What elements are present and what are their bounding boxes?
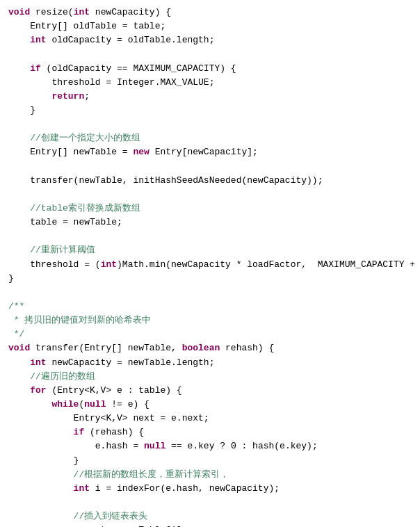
code-line: int i = indexFor(e.hash, newCapacity); (8, 482, 412, 496)
code-line: //根据新的数组长度，重新计算索引， (8, 468, 412, 482)
token-normal: == e.key ? 0 : hash(e.key); (165, 441, 317, 451)
code-line: int oldCapacity = oldTable.length; (8, 33, 412, 47)
code-line: */ (8, 327, 412, 341)
token-normal: )Math.min(newCapacity * loadFactor, MAXI… (117, 259, 420, 270)
code-line: while(null != e) { (8, 398, 412, 412)
code-line: } (8, 272, 412, 286)
code-line: //插入到链表表头 (8, 510, 412, 524)
code-line (8, 188, 412, 202)
token-normal: transfer(Entry[] newTable, (30, 343, 181, 353)
token-kw: int (8, 357, 47, 368)
token-kw: new (133, 147, 149, 157)
token-kw: for (8, 385, 47, 396)
token-normal: newCapacity) { (90, 7, 171, 17)
code-line: e.next = newTable[i]; (8, 524, 412, 527)
token-normal: newCapacity = newTable.length; (47, 357, 215, 368)
token-normal: table = newTable; (8, 217, 122, 227)
token-normal: ; (84, 91, 90, 102)
token-kw: int (101, 259, 117, 270)
token-comment: //table索引替换成新数组 (8, 203, 140, 213)
token-comment: //遍历旧的数组 (8, 371, 95, 382)
code-line: Entry<K,V> next = e.next; (8, 412, 412, 425)
token-comment: /** (8, 301, 24, 311)
token-kw: null (84, 399, 106, 410)
token-kw: int (8, 35, 47, 45)
token-comment: */ (8, 329, 24, 339)
code-line: * 拷贝旧的键值对到新的哈希表中 (8, 314, 412, 327)
token-normal: } (8, 455, 79, 466)
token-kw: int (8, 483, 90, 494)
code-line (8, 160, 412, 174)
code-line: //table索引替换成新数组 (8, 202, 412, 216)
token-normal: } (8, 273, 14, 284)
code-line: } (8, 454, 412, 468)
token-normal: rehash) { (220, 343, 274, 353)
code-line: for (Entry<K,V> e : table) { (8, 384, 412, 398)
token-comment: //插入到链表表头 (8, 511, 147, 521)
code-editor: void resize(int newCapacity) { Entry[] o… (0, 0, 420, 527)
token-normal: (oldCapacity == MAXIMUM_CAPACITY) { (41, 63, 236, 74)
token-normal: threshold = ( (8, 259, 101, 270)
code-line (8, 47, 412, 61)
code-line: return; (8, 90, 412, 104)
code-line: //遍历旧的数组 (8, 370, 412, 384)
token-kw: void (8, 7, 30, 17)
token-comment: //根据新的数组长度，重新计算索引， (8, 469, 229, 480)
code-line: void transfer(Entry[] newTable, boolean … (8, 341, 412, 355)
token-normal: Entry[] oldTable = table; (8, 21, 165, 31)
code-line: } (8, 104, 412, 117)
code-line: int newCapacity = newTable.length; (8, 356, 412, 370)
code-line (8, 496, 412, 510)
code-line: threshold = (int)Math.min(newCapacity * … (8, 258, 412, 272)
token-kw: int (74, 7, 90, 17)
token-comment: //创建一个指定大小的数组 (8, 133, 140, 143)
code-line: transfer(newTable, initHashSeedAsNeeded(… (8, 174, 412, 188)
token-normal: Entry[] newTable = (8, 147, 133, 157)
token-kw: null (144, 441, 165, 451)
code-line: if (oldCapacity == MAXIMUM_CAPACITY) { (8, 62, 412, 76)
token-kw: void (8, 343, 30, 353)
token-kw: if (8, 427, 84, 437)
token-normal: threshold = Integer.MAX_VALUE; (8, 77, 214, 88)
token-normal: (Entry<K,V> e : table) { (47, 385, 182, 396)
token-normal: transfer(newTable, initHashSeedAsNeeded(… (8, 175, 323, 186)
token-normal: Entry<K,V> next = e.next; (8, 413, 209, 423)
token-normal: } (8, 105, 35, 115)
token-comment: * 拷贝旧的键值对到新的哈希表中 (8, 315, 151, 325)
code-line: void resize(int newCapacity) { (8, 6, 412, 19)
token-kw: if (8, 63, 41, 74)
code-line: //重新计算阈值 (8, 243, 412, 257)
code-line: threshold = Integer.MAX_VALUE; (8, 76, 412, 90)
token-kw: boolean (182, 343, 220, 353)
code-line: if (rehash) { (8, 425, 412, 439)
token-comment: //重新计算阈值 (8, 245, 95, 255)
token-normal: e.hash = (8, 441, 144, 451)
token-normal: Entry[newCapacity]; (150, 147, 258, 157)
code-line (8, 229, 412, 243)
code-line (8, 286, 412, 300)
code-line: table = newTable; (8, 216, 412, 229)
code-line (8, 117, 412, 131)
code-line: e.hash = null == e.key ? 0 : hash(e.key)… (8, 439, 412, 453)
token-normal: != e) { (106, 399, 149, 410)
code-line: Entry[] newTable = new Entry[newCapacity… (8, 145, 412, 159)
token-kw: return (8, 91, 84, 102)
token-normal: oldCapacity = oldTable.length; (47, 35, 215, 45)
token-normal: i = indexFor(e.hash, newCapacity); (90, 483, 280, 494)
code-line: /** (8, 300, 412, 314)
code-line: Entry[] oldTable = table; (8, 19, 412, 33)
token-normal: (rehash) { (84, 427, 144, 437)
token-normal: resize( (30, 7, 73, 17)
code-line: //创建一个指定大小的数组 (8, 131, 412, 145)
token-kw: while (8, 399, 79, 410)
